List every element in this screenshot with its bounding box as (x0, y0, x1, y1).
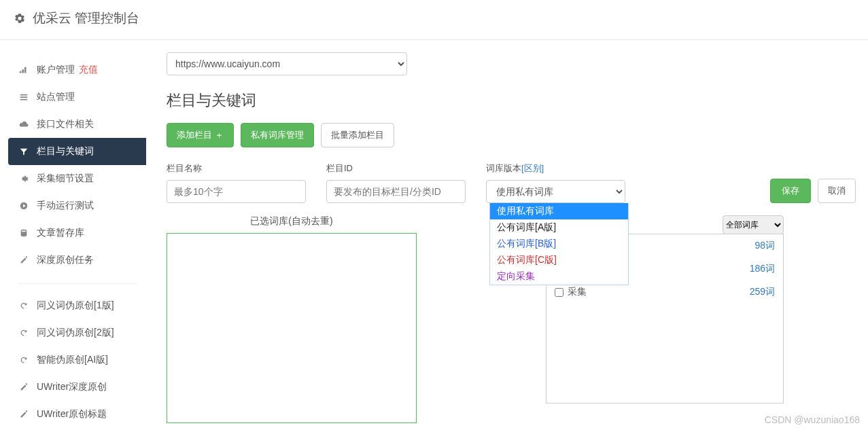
save-button[interactable]: 保存 (770, 179, 811, 203)
selected-libs-title: 已选词库(自动去重) (167, 215, 417, 228)
sidebar-item-label: 栏目与关键词 (37, 145, 94, 158)
sidebar-item-deep-task[interactable]: 深度原创任务 (8, 247, 146, 274)
action-bar: 添加栏目 ＋ 私有词库管理 批量添加栏目 (167, 123, 856, 147)
recharge-badge[interactable]: 充值 (79, 64, 98, 76)
sidebar-item-label: UWriter深度原创 (37, 381, 107, 393)
sidebar-item-label: 深度原创任务 (37, 254, 94, 266)
refresh-icon (18, 301, 30, 310)
lib-count: 259词 (750, 286, 775, 298)
watermark: CSDN @wuzuniao168 (765, 414, 860, 425)
sidebar-item-label: 手动运行测试 (37, 200, 94, 212)
sidebar-item-column-keyword[interactable]: 栏目与关键词 (8, 138, 146, 165)
version-select[interactable]: 使用私有词库 (486, 180, 625, 203)
sidebar-item-ai-rewrite[interactable]: 智能伪原创[AI版] (8, 346, 146, 374)
selected-libs-box[interactable] (167, 233, 417, 423)
header: 优采云 管理控制台 (0, 0, 868, 40)
sidebar-item-label: 同义词伪原创[1版] (37, 300, 114, 312)
main-content: https://www.ucaiyun.com 栏目与关键词 添加栏目 ＋ 私有… (146, 40, 868, 432)
sidebar-item-synonym-v1[interactable]: 同义词伪原创[1版] (8, 292, 146, 319)
form-row: 栏目名称 栏目ID 词库版本[区别] 使用私有词库 保存 取消 使用私有词库公有… (167, 162, 856, 203)
sidebar-item-interface[interactable]: 接口文件相关 (8, 111, 146, 138)
lib-count: 186词 (750, 263, 775, 275)
sidebar-item-label: 智能伪原创[AI版] (37, 354, 108, 366)
db-icon (18, 228, 30, 238)
edit-icon (18, 410, 30, 419)
edit-icon (18, 255, 30, 265)
gears-icon (18, 174, 30, 183)
column-id-input[interactable] (326, 180, 466, 203)
sidebar-item-label: 文章暂存库 (37, 227, 84, 239)
bars-icon (18, 65, 30, 75)
batch-add-button[interactable]: 批量添加栏目 (321, 123, 394, 147)
sidebar-item-label: 账户管理 (37, 64, 75, 76)
version-option[interactable]: 公有词库[B版] (490, 236, 628, 252)
page-brand-title: 优采云 管理控制台 (33, 10, 139, 27)
version-option[interactable]: 定向采集 (490, 268, 628, 285)
lib-checkbox[interactable] (555, 288, 563, 297)
sidebar-item-collect-detail[interactable]: 采集细节设置 (8, 165, 146, 192)
play-icon (18, 201, 30, 211)
refresh-icon (18, 328, 30, 338)
sidebar-item-label: 站点管理 (37, 91, 75, 103)
filter-icon (18, 147, 30, 156)
sidebar-item-site[interactable]: 站点管理 (8, 84, 146, 111)
sidebar-item-account[interactable]: 账户管理充值 (8, 56, 146, 84)
sidebar-item-label: 同义词伪原创[2版] (37, 327, 114, 339)
sidebar-item-synonym-v2[interactable]: 同义词伪原创[2版] (8, 319, 146, 346)
column-name-input[interactable] (167, 180, 306, 203)
version-dropdown[interactable]: 使用私有词库公有词库[A版]公有词库[B版]公有词库[C版]定向采集 (489, 203, 629, 285)
cancel-button[interactable]: 取消 (818, 179, 856, 203)
add-column-button[interactable]: 添加栏目 ＋ (167, 123, 234, 147)
sidebar-item-label: UWriter原创标题 (37, 408, 107, 420)
version-option[interactable]: 公有词库[C版] (490, 252, 628, 268)
version-diff-link[interactable]: [区别] (521, 163, 544, 173)
sidebar: 账户管理充值站点管理接口文件相关栏目与关键词采集细节设置手动运行测试文章暂存库深… (0, 40, 146, 432)
version-option[interactable]: 使用私有词库 (490, 203, 628, 219)
gear-icon (14, 12, 26, 24)
sidebar-item-uwriter-deep[interactable]: UWriter深度原创 (8, 374, 146, 401)
column-id-label: 栏目ID (326, 162, 466, 175)
version-option[interactable]: 公有词库[A版] (490, 219, 628, 236)
sidebar-item-uwriter-title[interactable]: UWriter原创标题 (8, 401, 146, 428)
list-icon (18, 92, 30, 102)
version-label: 词库版本[区别] (486, 162, 625, 175)
page-title: 栏目与关键词 (167, 90, 856, 111)
column-name-label: 栏目名称 (167, 162, 306, 175)
edit-icon (18, 382, 30, 392)
lib-filter-select[interactable]: 全部词库 (723, 215, 784, 234)
version-label-text: 词库版本 (486, 163, 521, 173)
sidebar-item-manual-run[interactable]: 手动运行测试 (8, 192, 146, 219)
nav-separator (18, 283, 137, 284)
sidebar-item-label: 接口文件相关 (37, 118, 94, 130)
refresh-icon (18, 355, 30, 365)
lib-count: 98词 (754, 240, 775, 252)
lib-label: 采集 (568, 286, 587, 298)
sidebar-item-article-store[interactable]: 文章暂存库 (8, 219, 146, 247)
sidebar-item-label: 采集细节设置 (37, 173, 94, 185)
private-lib-button[interactable]: 私有词库管理 (241, 123, 314, 147)
cloud-icon (18, 120, 30, 129)
site-select[interactable]: https://www.ucaiyun.com (167, 52, 407, 75)
